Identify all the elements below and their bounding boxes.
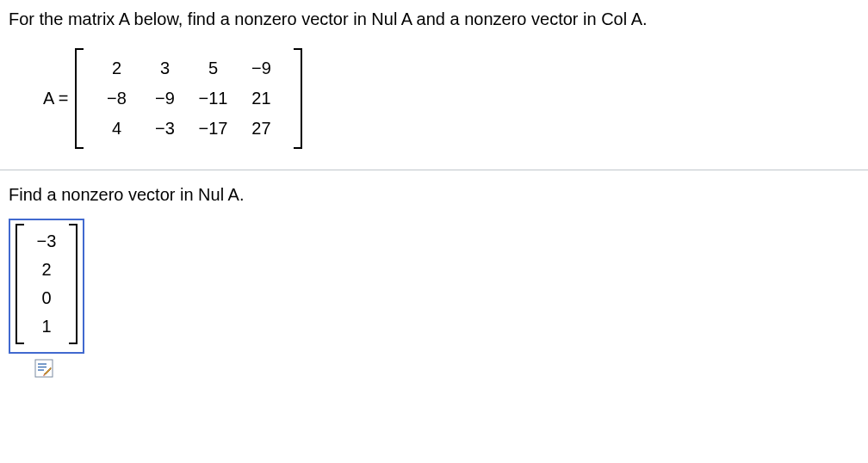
edit-icon-wrapper (34, 359, 84, 378)
matrix-cell: 21 (237, 83, 285, 114)
matrix-cell: −3 (140, 114, 189, 144)
matrix-row: 1 (31, 312, 62, 341)
bracket-right (294, 48, 302, 149)
answer-vector: −3 2 0 1 (16, 224, 78, 344)
matrix-cell: 3 (140, 53, 189, 83)
vector-cell: 2 (31, 256, 62, 284)
matrix-body: 2 3 5 −9 −8 −9 −11 21 4 −3 −17 27 (84, 48, 294, 149)
matrix-row: 2 (31, 256, 62, 284)
vector-cell: −3 (31, 227, 62, 256)
matrix-cell: −9 (140, 83, 189, 114)
bracket-right (69, 224, 78, 344)
matrix-equation: A = 2 3 5 −9 −8 −9 −11 21 4 −3 −17 27 (43, 48, 859, 149)
matrix-body: −3 2 0 1 (24, 224, 69, 344)
matrix-cell: −17 (189, 114, 237, 144)
matrix-cell: 4 (92, 114, 140, 144)
vector-cell: 0 (31, 284, 62, 312)
bracket-left (75, 48, 84, 149)
matrix-cell: −8 (92, 83, 140, 114)
subprompt: Find a nonzero vector in Nul A. (9, 182, 859, 207)
matrix-cell: −11 (189, 83, 237, 114)
edit-icon[interactable] (34, 359, 53, 378)
matrix-cell: 2 (92, 53, 140, 83)
problem-statement: For the matrix A below, find a nonzero v… (9, 7, 859, 31)
divider (0, 170, 868, 170)
matrix-row: 0 (31, 284, 62, 312)
matrix-label: A = (43, 89, 68, 108)
vector-cell: 1 (31, 312, 62, 341)
matrix-cell: 27 (237, 114, 285, 144)
matrix-A: 2 3 5 −9 −8 −9 −11 21 4 −3 −17 27 (75, 48, 302, 149)
matrix-row: −8 −9 −11 21 (92, 83, 285, 114)
matrix-row: 2 3 5 −9 (92, 53, 285, 83)
matrix-row: 4 −3 −17 27 (92, 114, 285, 144)
matrix-row: −3 (31, 227, 62, 256)
answer-section: −3 2 0 1 (9, 219, 84, 378)
answer-box[interactable]: −3 2 0 1 (9, 219, 84, 354)
matrix-cell: 5 (189, 53, 237, 83)
matrix-cell: −9 (237, 53, 285, 83)
bracket-left (16, 224, 24, 344)
